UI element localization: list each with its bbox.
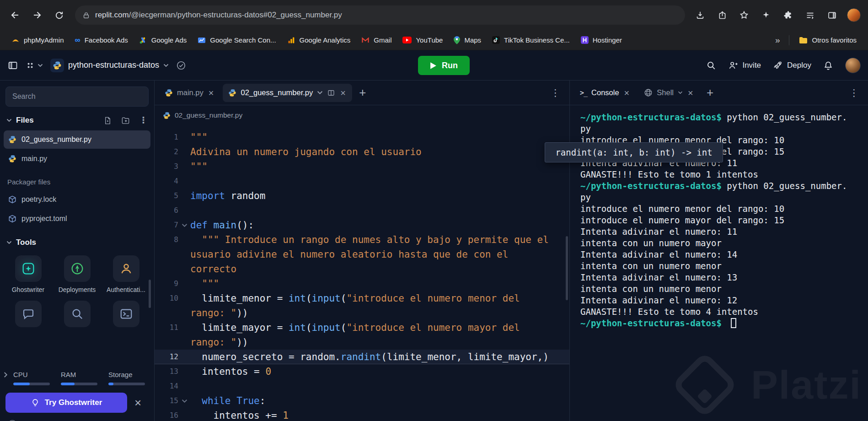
tool-tile[interactable]: Deployments [53,255,102,293]
code-line[interactable]: 16 intentos += 1 [155,408,569,421]
new-tab-button[interactable]: + [355,85,370,101]
code-line[interactable]: 6 [155,203,569,218]
code-line[interactable]: 2Adivina un numero jugando con el usuari… [155,145,569,159]
side-panel-button[interactable] [822,5,841,25]
new-folder-icon[interactable] [121,116,130,125]
editor-tab[interactable]: 02_guess_number.py× [223,84,352,102]
tool-tile[interactable]: Authenticati... [102,255,150,293]
bookmark-item[interactable]: YouTube [397,34,448,46]
download-button[interactable] [691,5,710,25]
code-line[interactable]: 9 """ [155,276,569,291]
tool-tile[interactable] [53,301,102,327]
bookmark-item[interactable]: Hostinger [576,34,627,46]
browser-profile-avatar[interactable] [847,8,861,22]
other-bookmarks-button[interactable]: Otros favoritos [794,34,862,46]
code-line[interactable]: 3""" [155,159,569,174]
code-line[interactable]: usuario adivine el numero aleatorio hast… [155,247,569,262]
code-editor[interactable]: 1"""2Adivina un numero jugando con el us… [155,125,569,421]
extension-shortcut-button[interactable] [756,5,776,25]
code-line[interactable]: 13 intentos = 0 [155,364,569,379]
share-button[interactable] [713,5,732,25]
tab-shell[interactable]: Shell × [638,84,699,102]
run-button[interactable]: Run [418,56,470,75]
reload-button[interactable] [48,5,70,26]
new-file-icon[interactable] [103,116,112,125]
breadcrumb[interactable]: 02_guess_number.py [155,105,569,125]
url-bar[interactable]: replit.com/@iecgerman/python-estructuras… [75,5,685,25]
code-line[interactable]: correcto [155,262,569,276]
code-line[interactable]: 14 [155,379,569,394]
user-avatar[interactable] [845,58,861,73]
fold-toggle-icon[interactable] [178,218,190,232]
reading-list-button[interactable] [800,5,820,25]
bookmark-label: Gmail [374,36,391,44]
back-button[interactable] [5,5,26,26]
code-line[interactable]: 15 while True: [155,394,569,408]
project-selector[interactable]: python-estructuras-datos [50,59,169,72]
tools-section-header[interactable]: Tools [0,233,154,252]
line-number: 6 [155,203,178,218]
console-kebab-menu[interactable]: ⋮ [845,87,863,98]
bookmark-item[interactable]: Gmail [356,34,396,47]
extensions-button[interactable] [778,5,798,25]
bookmarks-list: phpMyAdmin∞Facebook AdsGoogle AdsGoogle … [6,34,627,47]
bookmark-item[interactable]: Google Analytics [282,34,356,47]
close-icon[interactable]: × [134,397,141,409]
bookmark-item[interactable]: Google Ads [134,34,192,47]
search-icon[interactable] [706,60,716,70]
invite-button[interactable]: Invite [728,60,761,70]
new-console-tab-button[interactable]: + [702,85,718,101]
bookmark-item[interactable]: Maps [449,34,486,47]
forward-button[interactable] [27,5,48,26]
tab-close-icon[interactable]: × [208,88,215,97]
tab-close-icon[interactable]: × [339,88,347,97]
fold-toggle-icon[interactable] [178,394,190,408]
chevron-right-icon[interactable] [4,372,8,378]
packager-file-item[interactable]: poetry.lock [4,190,150,209]
sidebar-toggle-button[interactable] [7,60,18,71]
tiktok-icon [492,36,500,44]
bookmarks-overflow-button[interactable]: » [771,35,785,45]
deploy-button[interactable]: Deploy [773,60,811,70]
tool-icon-box [113,255,139,282]
code-line[interactable]: 10 limite_menor = int(input("introduce e… [155,291,569,306]
files-section-header[interactable]: Files ⋮ [0,111,154,130]
bookmark-item[interactable]: TikTok Business Ce... [487,34,575,46]
chevron-down-icon [678,91,683,94]
search-input[interactable] [12,92,142,101]
code-line[interactable]: 4 [155,174,569,189]
notifications-bell-icon[interactable] [823,60,833,70]
code-line[interactable]: rango: ")) [155,306,569,320]
apps-menu-button[interactable] [26,61,43,70]
packager-file-item[interactable]: pyproject.toml [4,210,150,228]
code-line[interactable]: 7def main(): [155,218,569,232]
editor-scrollbar[interactable] [566,236,568,300]
bookmark-star-button[interactable] [734,5,754,25]
code-token: ( [341,322,347,333]
code-line[interactable]: 11 limite_mayor = int(input("introduce e… [155,320,569,335]
saved-status-icon[interactable] [176,60,186,70]
code-line[interactable]: 1""" [155,130,569,145]
bookmark-item[interactable]: ∞Facebook Ads [70,34,133,46]
file-item[interactable]: 02_guess_number.py [4,130,150,149]
tab-close-icon[interactable]: × [623,88,631,97]
code-line[interactable]: 5import random [155,189,569,203]
search-console-icon [198,36,206,44]
file-item[interactable]: main.py [4,150,150,168]
editor-kebab-menu[interactable]: ⋮ [546,87,565,98]
project-icon-tile [50,59,64,72]
bookmark-item[interactable]: phpMyAdmin [6,34,69,47]
tool-tile[interactable] [4,301,53,327]
code-line[interactable]: 12 numero_secreto = random.randint(limit… [155,350,569,364]
code-line[interactable]: rango: ")) [155,335,569,350]
tool-tile[interactable]: Ghostwriter [4,255,53,293]
tab-console[interactable]: >_ Console × [574,84,636,102]
bookmark-item[interactable]: Google Search Con... [193,34,281,47]
try-ghostwriter-button[interactable]: Try Ghostwriter [5,393,127,413]
sidebar-scrollbar[interactable] [149,280,151,308]
tab-close-icon[interactable]: × [687,88,694,97]
help-button[interactable]: ? Help [0,413,154,421]
editor-tab[interactable]: main.py× [159,84,220,102]
tool-tile[interactable] [102,301,150,327]
code-line[interactable]: 8 """ Introduce un rango de numes alto y… [155,232,569,247]
